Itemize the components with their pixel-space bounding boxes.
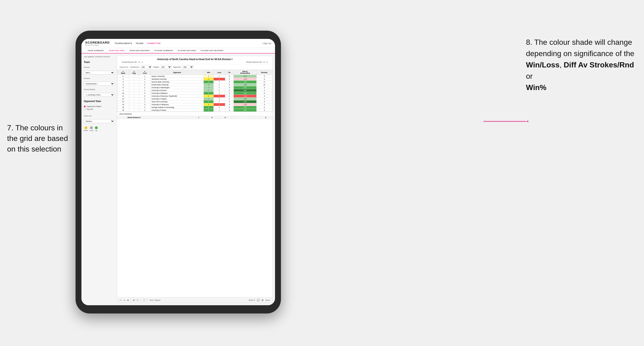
grid-title: University of North Carolina Head-to-Hea… [117,56,272,61]
cell-loss: 0 [214,86,225,89]
cell-tie: 0 [225,86,234,89]
watch-btn[interactable]: Watch ▾ [248,299,255,301]
cell-diff: 4.62 [234,109,256,112]
radio-top100[interactable]: Top 100 [84,108,114,110]
cell-rounds: 9 [256,100,272,103]
school-dropdown[interactable]: 1. University of Nort... [84,93,114,97]
nav-teams[interactable]: TEAMS [136,42,144,44]
team-section-title: Team [84,61,114,63]
cell-win: 5 [204,81,214,83]
cell-reg: - [129,78,139,81]
cell-diff: 9.00 [234,89,256,92]
tab-player-h2h-heatmap[interactable]: PLAYER H2H HEATMAP [198,48,226,53]
out-div-rounds: 3 [259,116,272,119]
share-btn[interactable]: Share [265,299,270,301]
grid-icon[interactable]: ⊞ [262,299,264,302]
tab-team-h2h-heatmap[interactable]: TEAM H2H HEATMAP [127,48,152,53]
opponent-filter-select[interactable]: (All) [182,65,194,69]
top-nav: SCOREBOARD Powered by clippd TOURNAMENTS… [82,39,275,48]
cell-diff: 4.50 [234,106,256,109]
division-dropdown[interactable]: NCAA Division I [84,82,114,86]
table-row: 12 - 3 University of Virginia 1 0 0 2.33… [117,98,272,100]
cell-loss: 4 [214,78,225,81]
cell-tie: 0 [225,81,234,83]
table-row: 8 - 2 University of Washington 1 0 0 3.6… [117,86,272,89]
tablet-frame: SCOREBOARD Powered by clippd TOURNAMENTS… [76,31,281,314]
cell-team: Vanderbilt University [150,78,204,81]
back-btn[interactable]: ⬅ [127,299,129,302]
school-label: School (Rank) [84,88,114,91]
tab-player-summary[interactable]: PLAYER SUMMARY [152,48,176,53]
legend-circle-level [90,126,93,129]
legend-circle-up [95,126,98,129]
cell-diff: -4.33 [234,95,256,98]
cell-tie: 0 [225,92,234,95]
undo-btn[interactable]: ↩ [120,299,121,302]
cell-team: Georgia Institute of Technology [150,106,204,109]
cell-diff: -1.00 [234,103,256,106]
cell-reg: - [129,98,139,100]
region-filter-select[interactable]: (All) [160,65,172,69]
comment-icon[interactable]: 💬 [257,299,260,302]
logo-text: SCOREBOARD [85,41,110,44]
cut-btn[interactable]: ✂ [137,299,138,302]
sign-out-link[interactable]: | Sign out [262,42,271,44]
region-filter-label: Region [154,66,159,68]
cell-reg: - [129,86,139,89]
copy-btn[interactable]: ⊕ [133,299,135,302]
gender-dropdown[interactable]: Men's [84,71,114,74]
cell-reg: - [129,81,139,83]
tab-player-h2h-grid[interactable]: PLAYER H2H GRID [176,48,198,53]
cell-conf: 2 [139,83,150,86]
nav-committee[interactable]: COMMITTEE [147,42,161,44]
nav-tournaments[interactable]: TOURNAMENTS [114,42,132,44]
grid-record: Overall Record: 89 - 17 - 0 Division Rec… [117,61,272,64]
cell-rank: 13 [117,100,129,103]
cell-conf: 3 [139,98,150,100]
table-row: 6 - 2 Florida State University 4 2 0 1.8… [117,83,272,86]
legend-down: Down [84,126,88,131]
clock-btn[interactable]: 🕐 [142,299,146,302]
nav-links: TOURNAMENTS TEAMS COMMITTEE [114,42,258,44]
annotation-left: 7. The colours in the grid are based on … [7,123,73,154]
cell-win: 5 [204,106,214,109]
cell-loss: 1 [214,109,225,112]
cell-tie: 0 [225,78,234,81]
cell-conf: 3 [139,103,150,106]
out-division-row: NCAA Division II 1 0 0 26.00 3 [117,116,272,119]
opponent-view-title: Opponent View [84,100,114,103]
cell-reg: - [129,100,139,103]
logo-sub: Powered by clippd [85,44,99,46]
cell-tie: 0 [225,109,234,112]
conference-filter-select[interactable]: (All) [140,65,152,69]
cell-reg: - [129,95,139,98]
cell-diff: 1.83 [234,83,256,86]
out-div-tie: 0 [218,116,232,119]
cell-conf: 1 [139,81,150,83]
tab-team-h2h-grid[interactable]: TEAM H2H GRID [106,48,127,53]
cell-reg: - [129,106,139,109]
legend-level: Level [90,126,94,131]
cell-rounds: 2 [256,89,272,92]
col-win: Win [204,70,214,75]
cell-rank: 14 [117,103,129,106]
tab-team-summary[interactable]: TEAM SUMMARY [85,48,106,53]
main-grid: University of North Carolina Head-to-Hea… [117,56,273,303]
cell-loss: 0 [214,92,225,95]
toolbar-right: Watch ▾ 💬 ⊞ Share [248,299,270,302]
table-header-row: #Rank #Reg #Conf Opponent Win Loss Tie D… [117,70,272,75]
cell-rank: 11 [117,95,129,98]
overall-record: Overall Record: 89 - 17 - 0 [122,61,142,63]
radio-opponents-played[interactable]: Opponents Played [84,105,114,108]
opponent-filter-label: Opponent [173,66,181,68]
cell-win: 3 [204,109,214,112]
table-row: 9 - 1 University of Arizona 1 0 0 9.00 2 [117,89,272,92]
filter-opponent: Opponent (All) [173,65,194,69]
division-label: Division [84,77,114,79]
cell-rank: 16 [117,109,129,112]
cell-rounds: 3 [256,98,272,100]
cell-loss: 1 [214,75,225,78]
redo-btn[interactable]: ↪ [123,299,125,302]
cell-rank: 6 [117,83,129,86]
colour-by-dropdown[interactable]: Win/loss [84,119,114,123]
